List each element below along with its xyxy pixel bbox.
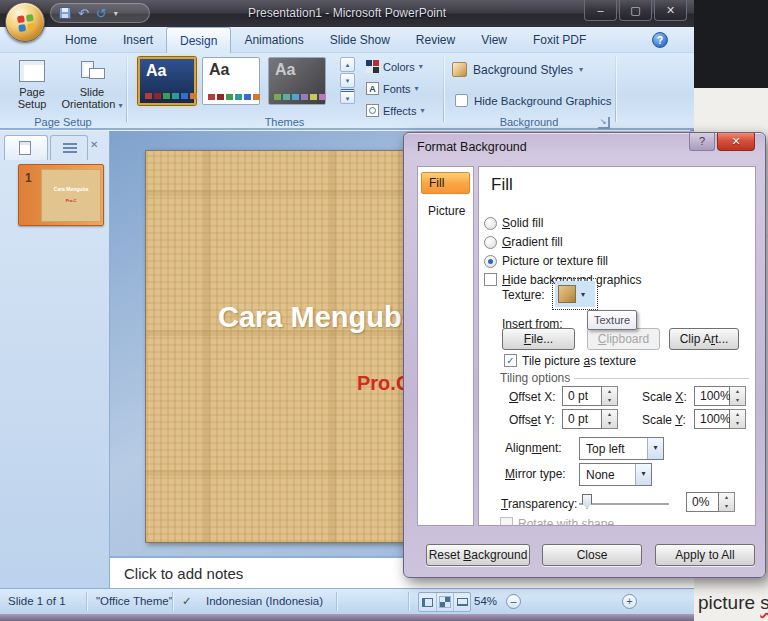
texture-tooltip: Texture bbox=[587, 310, 637, 330]
dialog-close-button[interactable]: ✕ bbox=[717, 133, 755, 151]
background-styles-icon bbox=[452, 62, 467, 77]
dialog-help-button[interactable]: ? bbox=[689, 133, 715, 151]
office-button[interactable] bbox=[5, 2, 45, 42]
radio-solid-fill[interactable] bbox=[484, 217, 497, 230]
minimize-button[interactable]: – bbox=[584, 0, 617, 21]
theme-name-label[interactable]: "Office Theme" bbox=[96, 589, 173, 614]
chevron-down-icon: ▾ bbox=[579, 65, 583, 74]
quick-access-toolbar: ↶ ↺ ▾ bbox=[50, 3, 150, 23]
close-button[interactable]: Close bbox=[542, 544, 642, 566]
maximize-button[interactable]: ▢ bbox=[619, 0, 652, 21]
radio-picture-texture-fill[interactable] bbox=[484, 255, 497, 268]
ribbon: PageSetup SlideOrientation ▾ Page Setup … bbox=[0, 53, 694, 130]
scale-x-spinner[interactable]: ▴▾ bbox=[730, 386, 746, 406]
transparency-slider-handle[interactable] bbox=[582, 494, 592, 509]
transparency-label: Transparency: bbox=[501, 497, 577, 511]
texture-dropdown[interactable]: ▾ bbox=[555, 281, 595, 307]
theme-thumbnail-1[interactable]: Aa bbox=[138, 57, 196, 105]
clipart-button[interactable]: Clip Art... bbox=[669, 328, 739, 350]
title-bar[interactable]: Presentation1 - Microsoft PowerPoint ↶ ↺… bbox=[0, 0, 694, 27]
tab-foxit-pdf[interactable]: Foxit PDF bbox=[520, 27, 599, 53]
zoom-out-button[interactable]: – bbox=[506, 594, 521, 609]
nav-item-picture[interactable]: Picture bbox=[428, 204, 465, 218]
window-controls: – ▢ ✕ bbox=[584, 0, 687, 21]
slide-sorter-icon bbox=[440, 597, 450, 607]
apply-to-all-button[interactable]: Apply to All bbox=[655, 544, 755, 566]
tab-slide-show[interactable]: Slide Show bbox=[317, 27, 403, 53]
hide-background-graphics-checkbox[interactable]: Hide Background Graphics bbox=[455, 94, 611, 107]
tile-picture-label[interactable]: Tile picture as texture bbox=[522, 354, 636, 368]
offset-y-field[interactable]: 0 pt bbox=[562, 409, 602, 429]
themes-more-icon[interactable]: ▾ bbox=[340, 89, 355, 104]
undo-icon[interactable]: ↶ bbox=[78, 7, 89, 20]
background-dark-region bbox=[690, 0, 768, 88]
zoom-in-button[interactable]: + bbox=[622, 594, 637, 609]
reset-background-button[interactable]: Reset Background bbox=[426, 544, 530, 566]
transparency-spinner[interactable]: ▴▾ bbox=[719, 492, 735, 512]
radio-solid-fill-label[interactable]: Solid fill bbox=[502, 216, 543, 230]
tab-home[interactable]: Home bbox=[52, 27, 110, 53]
qat-more-icon[interactable]: ▾ bbox=[114, 9, 118, 18]
hide-background-graphics-checkbox[interactable] bbox=[484, 273, 497, 286]
radio-gradient-fill-label[interactable]: Gradient fill bbox=[502, 235, 563, 249]
chevron-down-icon: ▾ bbox=[420, 106, 424, 115]
themes-scroll-buttons: ▴ ▾ ▾ bbox=[340, 57, 355, 105]
transparency-field[interactable]: 0% bbox=[686, 492, 719, 512]
scale-x-field[interactable]: 100% bbox=[694, 386, 730, 406]
offset-y-spinner[interactable]: ▴▾ bbox=[602, 409, 618, 429]
theme-fonts-button[interactable]: A Fonts ▾ bbox=[366, 80, 419, 97]
tab-outline[interactable] bbox=[50, 135, 88, 160]
scale-y-field[interactable]: 100% bbox=[694, 409, 730, 429]
redo-icon[interactable]: ↺ bbox=[96, 7, 107, 20]
themes-scroll-up-icon[interactable]: ▴ bbox=[340, 57, 355, 72]
slide-show-button[interactable] bbox=[453, 593, 470, 611]
nav-item-fill[interactable]: Fill bbox=[421, 172, 470, 194]
office-logo-icon bbox=[17, 14, 35, 32]
background-dialog-launcher-icon[interactable]: ↘ bbox=[598, 117, 610, 129]
offset-x-spinner[interactable]: ▴▾ bbox=[602, 386, 618, 406]
screen: picture se Presentation1 - Microsoft Pow… bbox=[0, 0, 768, 621]
background-styles-button[interactable]: Background Styles ▾ bbox=[452, 62, 583, 77]
zoom-level-label[interactable]: 54% bbox=[474, 589, 497, 614]
alignment-label: Alignment: bbox=[505, 441, 562, 455]
radio-picture-texture-fill-label[interactable]: Picture or texture fill bbox=[502, 254, 608, 268]
tab-slides[interactable] bbox=[4, 135, 48, 160]
theme-thumbnail-2[interactable]: Aa bbox=[202, 57, 260, 105]
checkbox-icon bbox=[455, 94, 468, 107]
slide-sorter-button[interactable] bbox=[436, 593, 453, 611]
save-icon[interactable] bbox=[59, 7, 71, 19]
theme-thumbnail-3[interactable]: Aa bbox=[268, 57, 326, 105]
alignment-dropdown[interactable]: Top left ▾ bbox=[579, 437, 664, 460]
panel-close-icon[interactable]: ✕ bbox=[90, 140, 98, 150]
tab-view[interactable]: View bbox=[468, 27, 520, 53]
theme-colors-button[interactable]: Colors ▾ bbox=[366, 58, 423, 75]
tab-review[interactable]: Review bbox=[403, 27, 468, 53]
tile-picture-checkbox[interactable]: ✓ bbox=[504, 354, 517, 367]
spellcheck-icon[interactable]: ✓ bbox=[182, 589, 192, 614]
file-button[interactable]: File... bbox=[502, 328, 575, 350]
scale-y-spinner[interactable]: ▴▾ bbox=[730, 409, 746, 429]
transparency-slider-track[interactable] bbox=[579, 503, 669, 505]
slide-title-text[interactable]: Cara Menguba bbox=[218, 301, 418, 334]
dialog-title[interactable]: Format Background bbox=[417, 140, 527, 154]
tab-design[interactable]: Design bbox=[166, 27, 231, 53]
slide-orientation-button[interactable]: SlideOrientation ▾ bbox=[60, 55, 124, 113]
mirror-type-dropdown[interactable]: None ▾ bbox=[579, 463, 652, 486]
help-icon[interactable]: ? bbox=[652, 32, 668, 48]
tab-insert[interactable]: Insert bbox=[110, 27, 166, 53]
radio-gradient-fill[interactable] bbox=[484, 236, 497, 249]
offset-x-field[interactable]: 0 pt bbox=[562, 386, 602, 406]
clipboard-button: Clipboard bbox=[587, 328, 660, 350]
chevron-down-icon[interactable]: ▾ bbox=[647, 438, 663, 459]
slide-thumbnail[interactable]: 1 Cara Menguba Pro.C bbox=[18, 164, 104, 226]
chevron-down-icon[interactable]: ▾ bbox=[576, 290, 590, 299]
page-setup-button[interactable]: PageSetup bbox=[8, 55, 56, 113]
language-label[interactable]: Indonesian (Indonesia) bbox=[206, 589, 323, 614]
themes-scroll-down-icon[interactable]: ▾ bbox=[340, 73, 355, 88]
tab-animations[interactable]: Animations bbox=[231, 27, 316, 53]
texture-swatch-icon bbox=[558, 285, 576, 303]
notes-placeholder[interactable]: Click to add notes bbox=[124, 565, 243, 582]
close-button[interactable]: ✕ bbox=[654, 0, 687, 21]
normal-view-button[interactable] bbox=[419, 593, 436, 611]
chevron-down-icon[interactable]: ▾ bbox=[635, 464, 651, 485]
